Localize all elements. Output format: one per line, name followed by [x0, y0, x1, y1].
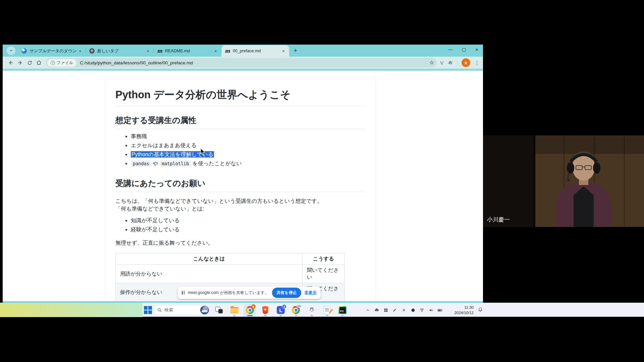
screen: サンプルデータのダウンロードからPych×新しいタブ×mREADME.md×m0… — [0, 0, 644, 362]
tab-close-icon[interactable]: × — [145, 48, 151, 54]
markdown-favicon: m — [157, 48, 162, 54]
maximize-button[interactable]: ▢ — [462, 47, 466, 52]
settings-gear-icon — [308, 306, 316, 314]
browser-window: サンプルデータのダウンロードからPych×新しいタブ×mREADME.md×m0… — [3, 45, 483, 303]
mouse-cursor — [200, 148, 206, 157]
section2-bullets: 知識が不足している経験が不足している — [115, 217, 366, 233]
tab-title: 新しいタブ — [97, 48, 145, 54]
search-highlight-image[interactable] — [200, 306, 209, 314]
toolbar-right: V k ⋮ — [440, 58, 480, 67]
tray-chevron-up-icon[interactable] — [365, 307, 370, 313]
running-indicator — [311, 315, 313, 316]
tab-close-icon[interactable]: × — [77, 48, 83, 54]
page-title: Python データ分析の世界へようこそ — [115, 88, 366, 106]
bell-icon — [478, 307, 483, 312]
running-indicator — [233, 315, 236, 316]
address-bar[interactable]: i ファイル C:/study/python_data/lessons/00_o… — [46, 58, 437, 67]
windows-logo-icon — [144, 306, 152, 314]
close-button[interactable]: × — [475, 47, 478, 52]
list-item: Pythonの基本文法を理解している — [131, 151, 366, 158]
menu-dots-icon[interactable]: ⋮ — [474, 60, 480, 66]
url-text[interactable]: C:/study/python_data/lessons/00_outline/… — [80, 60, 428, 65]
running-indicator — [326, 315, 328, 316]
globe-favicon — [89, 48, 95, 54]
notepad-icon — [324, 306, 330, 314]
back-icon — [8, 60, 14, 66]
taskbar-clock[interactable]: 11:30 2024/10/12 — [451, 305, 474, 315]
chevron-down-icon — [9, 49, 13, 53]
tab-3[interactable]: mREADME.md× — [154, 45, 221, 57]
app-badge: k — [251, 304, 256, 309]
markdown-document: Python データ分析の世界へようこそ 想定する受講生の属性 事務職エクセルは… — [105, 77, 376, 301]
app-badge: 2 — [282, 304, 286, 309]
list-item: pandas や matplotlib を使ったことがない — [131, 160, 366, 167]
page-viewport: Python データ分析の世界へようこそ 想定する受講生の属性 事務職エクセルは… — [3, 71, 483, 301]
tab-title: サンプルデータのダウンロードからPych — [30, 48, 77, 54]
chrome-profile-icon — [292, 306, 301, 314]
tab-close-icon[interactable]: × — [213, 48, 219, 54]
file-explorer-icon — [230, 307, 238, 313]
bookmark-button[interactable] — [428, 58, 435, 67]
extensions-puzzle-icon[interactable] — [447, 60, 453, 66]
list-item: 経験が不足している — [131, 226, 366, 233]
clock-time: 11:30 — [451, 305, 474, 310]
table-cell: 用語が分からない — [116, 265, 303, 283]
stop-sharing-button[interactable]: 共有を停止 — [272, 288, 301, 298]
sharing-pause-icon — [182, 291, 184, 295]
markdown-favicon: m — [225, 48, 230, 54]
system-tray: × — [365, 303, 443, 317]
v-extension-icon[interactable]: V — [440, 60, 443, 66]
reload-icon — [27, 60, 33, 66]
star-icon — [429, 60, 434, 65]
url-scheme-chip[interactable]: i ファイル — [47, 59, 76, 67]
hide-banner-link[interactable]: 非表示 — [305, 290, 317, 296]
separator — [457, 60, 458, 66]
taskbar-app-notepad[interactable] — [321, 304, 333, 316]
taskbar-app-chrome[interactable]: k — [244, 304, 256, 316]
table-header: こんなときは — [116, 253, 303, 265]
forward-button[interactable] — [15, 58, 25, 67]
tabs: サンプルデータのダウンロードからPych×新しいタブ×mREADME.md×m0… — [18, 45, 289, 57]
tab-1[interactable]: サンプルデータのダウンロードからPych× — [18, 45, 86, 57]
paragraph-line: 「何も準備などできていない」とは: — [115, 206, 204, 212]
taskbar-app-explorer[interactable] — [228, 304, 241, 316]
tray-wifi-icon[interactable] — [419, 307, 425, 313]
search-placeholder: 検索 — [164, 307, 200, 313]
tab-close-icon[interactable]: × — [280, 48, 286, 54]
minimize-button[interactable]: — — [448, 47, 452, 52]
taskbar-app-line[interactable]: L2 — [274, 304, 287, 316]
tray-volume-icon[interactable] — [428, 307, 434, 313]
tray-cloud-icon[interactable] — [374, 307, 379, 313]
meet-sharing-banner: meet.google.com が画面を共有しています。 共有を停止 非表示 — [178, 287, 321, 299]
inline-code: matplotlib — [160, 160, 191, 167]
taskbar-app-chrome-alt[interactable] — [290, 304, 303, 316]
sharing-message: meet.google.com が画面を共有しています。 — [188, 290, 269, 296]
taskbar-app-task-view[interactable] — [213, 304, 225, 316]
back-button[interactable] — [6, 58, 15, 67]
tray-battery-icon[interactable] — [437, 307, 443, 313]
tray-grid-icon[interactable] — [383, 307, 388, 313]
widgets-strip[interactable] — [0, 303, 143, 317]
taskbar-app-pycharm[interactable]: PC — [336, 304, 349, 316]
taskbar-search[interactable]: 検索 — [154, 305, 210, 315]
reload-button[interactable] — [25, 58, 34, 67]
taskbar-app-settings[interactable] — [305, 304, 318, 316]
participant-name: 小川慶一 — [487, 216, 510, 224]
home-button[interactable] — [34, 58, 44, 67]
notification-bell[interactable] — [478, 307, 483, 314]
cloud-overlay-icon — [297, 305, 302, 308]
tab-2[interactable]: 新しいタブ× — [86, 45, 154, 57]
tray-sphere-icon[interactable] — [410, 307, 416, 313]
list-item: 事務職 — [131, 133, 366, 140]
taskbar-app-brave[interactable] — [259, 304, 272, 316]
new-tab-button[interactable]: + — [291, 46, 300, 55]
running-indicator — [280, 315, 282, 316]
tab-search-button[interactable] — [7, 46, 15, 55]
start-button[interactable] — [144, 306, 152, 314]
brave-icon — [262, 306, 269, 314]
tray-pen-icon[interactable] — [392, 307, 397, 313]
tray-close-icon[interactable]: × — [401, 307, 407, 313]
profile-avatar[interactable]: k — [462, 58, 470, 67]
tab-4[interactable]: m00_preface.md× — [221, 45, 289, 57]
forward-icon — [17, 60, 23, 66]
